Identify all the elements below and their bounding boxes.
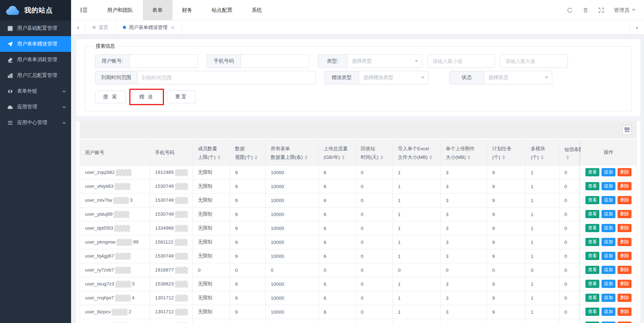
fullscreen-icon[interactable] bbox=[598, 7, 604, 13]
sidebar-item-link[interactable]: 应用中心管理 bbox=[0, 115, 71, 131]
cell-value: 3 bbox=[441, 194, 487, 207]
append-button[interactable]: 追加 bbox=[601, 280, 615, 288]
delete-button[interactable]: 删除 bbox=[618, 182, 631, 190]
view-button[interactable]: 查看 bbox=[585, 252, 599, 260]
collapse-sidebar-icon[interactable] bbox=[81, 7, 88, 13]
column-header[interactable]: 成员数量上限(个) bbox=[193, 140, 230, 166]
redacted-blur bbox=[113, 197, 129, 204]
search-button[interactable]: 搜 索 bbox=[95, 90, 126, 103]
column-header[interactable]: 上传总流量(GB/年) bbox=[319, 140, 356, 166]
cell-value: 6 bbox=[319, 166, 356, 180]
delete-button[interactable]: 删除 bbox=[618, 294, 631, 302]
column-header[interactable]: 计划任务(个) bbox=[487, 140, 526, 166]
gift-type-field-group: 赠送类型 选择赠送类型 bbox=[324, 71, 429, 84]
append-button[interactable]: 追加 bbox=[601, 294, 615, 302]
view-button[interactable]: 查看 bbox=[585, 294, 599, 302]
sort-icon[interactable] bbox=[566, 155, 569, 160]
view-button[interactable]: 查看 bbox=[585, 238, 599, 246]
append-button[interactable]: 追加 bbox=[601, 210, 615, 218]
view-button[interactable]: 查看 bbox=[585, 210, 599, 218]
sort-icon[interactable] bbox=[468, 155, 470, 160]
column-header[interactable]: 回收站时间(天) bbox=[356, 140, 393, 166]
cell-value: 6 bbox=[319, 235, 356, 249]
tab-user-form-gift[interactable]: 用户表单赠送管理 × bbox=[116, 20, 182, 34]
view-button[interactable]: 查看 bbox=[585, 168, 599, 176]
sort-icon[interactable] bbox=[429, 155, 432, 160]
sidebar-item-link[interactable]: 用户汇总配置管理 bbox=[0, 68, 71, 83]
topnav: 用户和团队表单财务站点配置系统 bbox=[98, 0, 272, 20]
view-button[interactable]: 查看 bbox=[585, 308, 599, 316]
account-input[interactable] bbox=[130, 55, 198, 68]
sort-icon[interactable] bbox=[380, 155, 383, 160]
topnav-item[interactable]: 用户和团队 bbox=[98, 0, 143, 20]
tabs-scroll-left-icon[interactable]: ‹ bbox=[71, 20, 85, 34]
cell-value: 1 bbox=[526, 166, 559, 180]
sidebar-item-active[interactable]: 用户表单赠送管理 bbox=[0, 36, 71, 52]
reset-button[interactable]: 重置 bbox=[167, 90, 196, 103]
delete-button[interactable]: 删除 bbox=[618, 280, 631, 288]
delete-button[interactable]: 删除 bbox=[618, 266, 631, 274]
append-button[interactable]: 追加 bbox=[601, 322, 615, 323]
sort-icon[interactable] bbox=[342, 155, 345, 160]
delete-button[interactable]: 删除 bbox=[618, 238, 631, 246]
view-button[interactable]: 查看 bbox=[585, 322, 599, 323]
column-header[interactable]: 多模块(个) bbox=[526, 140, 559, 166]
tabs-scroll-right-icon[interactable]: › bbox=[630, 20, 644, 34]
sidebar-item-link[interactable]: 应用管理 bbox=[0, 99, 71, 115]
column-header[interactable]: 单个上传附件大小(MB) bbox=[441, 140, 487, 166]
sidebar-item-link[interactable]: 用户表单消耗管理 bbox=[0, 52, 71, 68]
delete-button[interactable]: 删除 bbox=[618, 210, 631, 218]
sidebar-item-link[interactable]: 用户基础配置管理 bbox=[0, 20, 71, 36]
topnav-item[interactable]: 财务 bbox=[173, 0, 202, 20]
expire-range-input[interactable] bbox=[138, 71, 315, 84]
view-button[interactable]: 查看 bbox=[585, 196, 599, 204]
view-button[interactable]: 查看 bbox=[585, 280, 599, 288]
delete-button[interactable]: 删除 bbox=[618, 252, 631, 260]
topnav-item[interactable]: 系统 bbox=[242, 0, 272, 20]
append-button[interactable]: 追加 bbox=[601, 266, 615, 274]
column-header[interactable]: 导入单个Excel文件大小(MB) bbox=[393, 140, 441, 166]
table-scroll-area[interactable]: 用户账号手机号码成员数量上限(个)数据视图(个)所有表单数据量上限(条)上传总流… bbox=[80, 140, 637, 323]
sort-icon[interactable] bbox=[305, 155, 308, 160]
column-header[interactable]: 数据视图(个) bbox=[230, 140, 266, 166]
delete-button[interactable]: 删除 bbox=[618, 308, 631, 316]
sort-icon[interactable] bbox=[218, 155, 220, 160]
delete-button[interactable]: 删除 bbox=[618, 224, 631, 232]
append-button[interactable]: 追加 bbox=[601, 196, 615, 204]
redacted-blur bbox=[114, 225, 130, 232]
append-button[interactable]: 追加 bbox=[601, 252, 615, 260]
append-button[interactable]: 追加 bbox=[601, 308, 615, 316]
view-button[interactable]: 查看 bbox=[585, 182, 599, 190]
topnav-item[interactable]: 站点配置 bbox=[202, 0, 242, 20]
app-logo[interactable]: 我的站点 bbox=[0, 0, 71, 20]
gift-button[interactable]: 赠 送 bbox=[131, 90, 162, 103]
cell-value: 10000 bbox=[266, 319, 319, 323]
tab-home[interactable]: 首页 bbox=[85, 20, 116, 34]
user-menu[interactable]: 管理员 bbox=[614, 7, 636, 14]
delete-button[interactable]: 删除 bbox=[618, 196, 631, 204]
sidebar-item-link[interactable]: 表单外链 bbox=[0, 83, 71, 99]
gift-type-select[interactable]: 选择赠送类型 bbox=[359, 71, 428, 84]
status-select[interactable]: 选择状态 bbox=[484, 71, 552, 84]
topnav-item[interactable]: 表单 bbox=[143, 0, 173, 20]
append-button[interactable]: 追加 bbox=[601, 182, 615, 190]
sort-icon[interactable] bbox=[255, 155, 258, 160]
view-button[interactable]: 查看 bbox=[585, 224, 599, 232]
column-header[interactable]: 所有表单数据量上限(条) bbox=[266, 140, 319, 166]
type-select[interactable]: 选择类型 bbox=[348, 55, 422, 68]
phone-input[interactable] bbox=[241, 55, 309, 68]
trash-icon[interactable] bbox=[583, 7, 589, 13]
refresh-icon[interactable] bbox=[567, 7, 573, 13]
close-icon[interactable]: × bbox=[171, 24, 174, 30]
append-button[interactable]: 追加 bbox=[601, 168, 615, 176]
sort-icon[interactable] bbox=[541, 155, 544, 160]
min-value-input[interactable] bbox=[427, 54, 495, 68]
append-button[interactable]: 追加 bbox=[601, 238, 615, 246]
column-settings-button[interactable] bbox=[622, 125, 632, 135]
sort-icon[interactable] bbox=[502, 155, 505, 160]
max-value-input[interactable] bbox=[500, 54, 568, 68]
delete-button[interactable]: 删除 bbox=[618, 322, 631, 323]
view-button[interactable]: 查看 bbox=[585, 266, 599, 274]
delete-button[interactable]: 删除 bbox=[618, 168, 631, 176]
append-button[interactable]: 追加 bbox=[601, 224, 615, 232]
